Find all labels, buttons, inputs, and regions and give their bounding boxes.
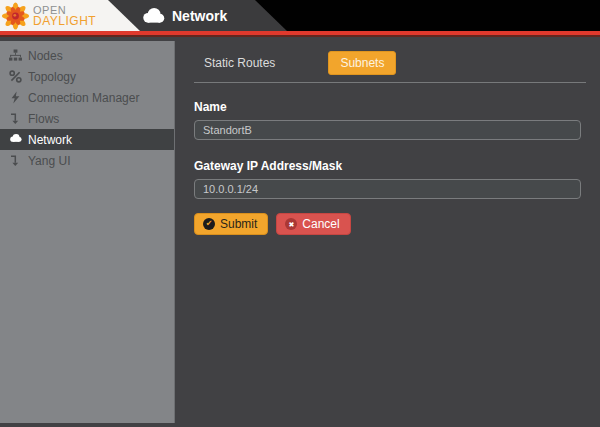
sidebar-item-label: Nodes (28, 49, 63, 63)
submit-button[interactable]: ✔ Submit (194, 213, 268, 235)
sidebar-item-flows[interactable]: Flows (0, 108, 174, 129)
cloud-icon (9, 133, 22, 146)
name-label: Name (194, 100, 590, 114)
check-circle-icon: ✔ (203, 218, 215, 230)
level-down-icon (9, 154, 22, 167)
sidebar-item-yang-ui[interactable]: Yang UI (0, 150, 174, 171)
opendaylight-logo[interactable]: OPEN DAYLIGHT (1, 1, 96, 30)
tab-static-routes[interactable]: Static Routes (194, 51, 285, 75)
tab-subnets[interactable]: Subnets (328, 51, 396, 75)
gateway-input[interactable] (194, 179, 581, 199)
sidebar-item-label: Network (28, 133, 72, 147)
logo-wordmark: OPEN DAYLIGHT (33, 5, 96, 27)
logo-word-daylight: DAYLIGHT (33, 16, 96, 27)
opendaylight-flower-icon (1, 1, 30, 30)
sidebar-item-label: Connection Manager (28, 91, 139, 105)
app-body: Nodes Topology Connection Manager (0, 37, 600, 423)
sidebar-item-topology[interactable]: Topology (0, 66, 174, 87)
page-title: Network (141, 0, 227, 31)
sidebar-item-nodes[interactable]: Nodes (0, 45, 174, 66)
bolt-icon (9, 91, 22, 104)
sitemap-icon (9, 49, 22, 62)
form-actions: ✔ Submit ✖ Cancel (194, 213, 590, 235)
tab-divider (194, 82, 586, 83)
main-content: Static Routes Subnets Name Gateway IP Ad… (175, 41, 600, 423)
x-circle-icon: ✖ (285, 218, 297, 230)
subnet-form: Name Gateway IP Address/Mask ✔ Submit ✖ … (194, 100, 590, 235)
app-header: OPEN DAYLIGHT Network (0, 0, 600, 31)
sidebar-item-network[interactable]: Network (0, 129, 174, 150)
sidebar-item-label: Topology (28, 70, 76, 84)
share-icon (9, 70, 22, 83)
sidebar-item-label: Yang UI (28, 154, 70, 168)
submit-button-label: Submit (220, 217, 257, 231)
gateway-label: Gateway IP Address/Mask (194, 159, 590, 173)
cancel-button[interactable]: ✖ Cancel (276, 213, 350, 235)
cancel-button-label: Cancel (302, 217, 339, 231)
name-input[interactable] (194, 120, 581, 140)
sidebar-item-connection-manager[interactable]: Connection Manager (0, 87, 174, 108)
tab-bar: Static Routes Subnets (194, 51, 590, 75)
cloud-icon (141, 7, 165, 24)
sidebar: Nodes Topology Connection Manager (0, 41, 175, 423)
level-down-icon (9, 112, 22, 125)
page-title-label: Network (172, 8, 227, 24)
sidebar-item-label: Flows (28, 112, 59, 126)
